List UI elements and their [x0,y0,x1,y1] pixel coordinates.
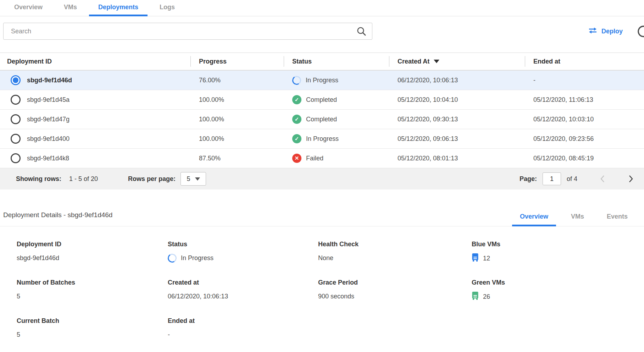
field-label: Deployment ID [17,241,168,248]
table-footer: Showing rows: 1 - 5 of 20 Rows per page:… [0,168,644,189]
field-label: Grace Period [318,279,472,286]
column-label: Deployment ID [7,58,52,65]
progress-value: 76.00% [190,77,284,84]
created-at-value: 05/12/2020, 09:06:13 [389,135,525,143]
deployment-id: sbgd-9ef1d47g [27,116,70,123]
details-tab-events[interactable]: Events [595,209,639,226]
rows-per-page-select[interactable]: 5 [181,172,206,186]
row-radio[interactable] [11,95,21,105]
ended-at-value: 05/12/2020, 10:03:10 [525,116,644,123]
field-grace-period: Grace Period 900 seconds [318,279,472,302]
search-icon [356,26,366,38]
created-at-value: 05/12/2020, 10:04:10 [389,96,525,104]
field-blue-vms: Blue VMs 12 [472,241,644,263]
previous-page-button[interactable] [599,174,606,183]
field-value: 5 [17,330,168,339]
column-header-ended-at[interactable]: Ended at [525,53,644,70]
column-header-deployment-id[interactable]: Deployment ID [0,53,190,70]
field-value: 5 [17,292,168,301]
field-label: Number of Batches [17,279,168,286]
field-ended-at: Ended at - [168,317,318,339]
column-label: Progress [199,58,227,65]
pagination: Page: of 4 [520,172,644,185]
table-row[interactable]: sbgd-9ef1d47g 100.00% ✓ Completed 05/12/… [0,110,644,129]
sort-desc-icon [434,60,439,63]
column-header-status[interactable]: Status [284,53,389,70]
field-green-vms: Green VMs 26 [472,279,644,302]
row-radio[interactable] [11,134,21,144]
ended-at-value: - [525,77,644,84]
search-input[interactable] [3,23,372,40]
details-grid: Deployment ID sbgd-9ef1d46d Status In Pr… [17,241,644,339]
tab-deployments[interactable]: Deployments [88,0,149,16]
top-tabbar: Overview VMs Deployments Logs [0,0,644,16]
deployment-id: sbgd-9ef1d4k8 [27,155,69,162]
column-label: Ended at [533,58,560,65]
details-header: Deployment Details - sbgd-9ef1d46d Overv… [0,209,644,226]
table-row[interactable]: sbgd-9ef1d46d 76.00% In Progress 06/12/2… [0,71,644,90]
status-label: In Progress [306,135,339,143]
field-label: Status [168,241,318,248]
details-tab-overview[interactable]: Overview [509,209,560,226]
column-label: Status [292,58,312,65]
tab-vms[interactable]: VMs [53,0,88,16]
tab-overview[interactable]: Overview [4,0,53,16]
field-value: sbgd-9ef1d46d [17,253,168,263]
progress-value: 87.50% [190,155,284,162]
status-label: Completed [306,116,337,123]
field-value: 900 seconds [318,292,472,301]
vm-server-icon [472,292,479,302]
row-radio[interactable] [11,114,21,124]
field-deployment-id: Deployment ID sbgd-9ef1d46d [17,241,168,263]
details-tabbar: Overview VMs Events [509,209,639,226]
in-progress-spinner-icon [292,75,302,86]
field-value: In Progress [181,254,213,262]
failed-x-icon: ✕ [292,154,301,163]
ended-at-value: 05/12/2020, 09:23:56 [525,135,644,143]
details-tab-vms[interactable]: VMs [560,209,595,226]
page-number-input[interactable] [543,172,561,185]
toolbar: Deploy [0,23,644,40]
field-label: Current Batch [17,317,168,325]
column-header-progress[interactable]: Progress [190,53,284,70]
field-value: 06/12/2020, 10:06:13 [168,292,318,301]
created-at-value: 05/12/2020, 08:01:13 [389,155,525,162]
toolbar-actions: Deploy [588,24,644,39]
status-label: Failed [306,155,323,162]
field-value: 12 [483,255,490,262]
deploy-label: Deploy [601,28,623,35]
vm-server-icon [472,253,479,263]
column-label: Created At [398,58,429,65]
deployment-id: sbgd-9ef1d400 [27,135,70,143]
column-header-created-at[interactable]: Created At [389,53,525,70]
status-label: In Progress [306,77,338,84]
in-progress-spinner-icon [167,253,178,263]
deployments-page: Overview VMs Deployments Logs [0,0,644,352]
table-row[interactable]: sbgd-9ef1d45a 100.00% ✓ Completed 05/12/… [0,90,644,110]
page-label: Page: [520,175,537,183]
table-row[interactable]: sbgd-9ef1d4k8 87.50% ✕ Failed 05/12/2020… [0,149,644,168]
deployments-table: Deployment ID Progress Status Created At… [0,53,644,189]
status-label: Completed [306,96,337,104]
row-radio[interactable] [11,153,21,163]
tab-logs[interactable]: Logs [149,0,185,16]
deploy-button[interactable]: Deploy [588,27,623,35]
table-header-row: Deployment ID Progress Status Created At… [0,53,644,71]
progress-value: 100.00% [190,116,284,123]
field-number-of-batches: Number of Batches 5 [17,279,168,302]
table-row[interactable]: sbgd-9ef1d400 100.00% ✓ In Progress 05/1… [0,129,644,149]
ended-at-value: 05/12/2020, 11:06:13 [525,96,644,104]
rows-per-page-value: 5 [187,175,190,183]
rows-per-page-label: Rows per page: [128,175,176,183]
refresh-icon[interactable] [636,24,644,39]
deployment-details-section: Deployment Details - sbgd-9ef1d46d Overv… [0,209,644,339]
field-value: 26 [483,293,490,301]
deploy-swap-icon [588,27,598,35]
deployment-id: sbgd-9ef1d45a [27,96,70,104]
row-radio-selected[interactable] [11,75,21,85]
showing-rows-label: Showing rows: [16,175,61,183]
field-created-at: Created at 06/12/2020, 10:06:13 [168,279,318,302]
deployment-id: sbgd-9ef1d46d [27,77,72,84]
field-label: Green VMs [472,279,644,286]
next-page-button[interactable] [627,174,635,183]
